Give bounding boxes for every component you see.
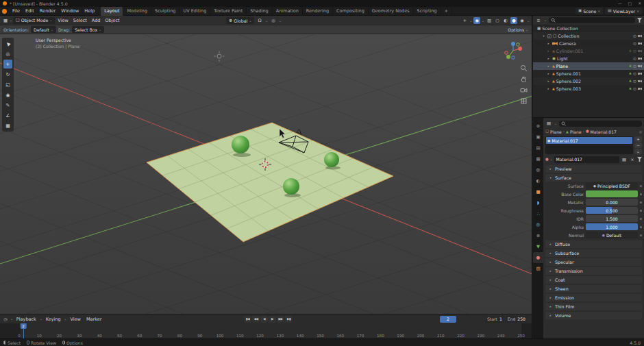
normal-dropdown[interactable]: ● Default [586,232,638,238]
material-slot-active[interactable]: ● Material.017 [546,137,632,144]
jump-to-end-button[interactable]: ▶▮ [285,316,293,323]
animate-dot-icon[interactable] [640,218,642,220]
pin-icon[interactable]: ◎ [639,130,642,134]
shading-rendered-icon[interactable]: ◉ [519,17,525,24]
menu-add[interactable]: Add [90,18,103,23]
workspace-tab[interactable]: Modeling [123,7,151,16]
prev-keyframe-button[interactable]: ◀◀ [252,316,260,323]
camera-view-icon[interactable] [520,86,528,94]
slot-specials-button[interactable]: ⌄ [634,149,642,154]
proportional-editing-icon[interactable]: ◎ [270,17,277,24]
unlink-icon[interactable]: × [636,10,639,13]
disclosure-icon[interactable]: ▸ [546,49,551,53]
properties-editor-icon[interactable]: ▤ [545,120,552,127]
perspective-toggle-icon[interactable] [520,97,528,105]
menu-file[interactable]: File [10,8,23,14]
tab-physics[interactable]: ◎ [533,219,543,230]
outliner-editor-icon[interactable]: ≡ [535,17,542,24]
menu-edit[interactable]: Edit [23,8,37,14]
menu-playback[interactable]: Playback [14,317,38,322]
hide-viewport-icon[interactable]: ⊙ [633,86,636,92]
disable-render-icon[interactable] [638,73,642,75]
disable-render-icon[interactable] [638,80,642,83]
hide-viewport-icon[interactable]: ⊙ [633,79,636,84]
outliner-row-object[interactable]: ▸ ▲ Sphere.001 ▲ ⊙ [533,70,644,77]
disclosure-open-icon[interactable]: ▾ [541,34,546,38]
ior-slider[interactable]: 1.500 [586,215,638,222]
add-cube-tool[interactable]: ▦ [3,121,12,130]
roughness-slider[interactable]: 0.500 [586,207,638,214]
disable-render-icon[interactable] [638,88,642,90]
outliner-row-object-active[interactable]: ▸ ▲ Plane ▲ ⊙ [533,62,644,70]
workspace-tab[interactable]: Shading [247,7,272,16]
select-box-tool[interactable]: ▶ [3,39,12,48]
metallic-slider[interactable]: 0.000 [586,199,638,206]
animate-dot-icon[interactable] [640,185,642,187]
alpha-slider[interactable]: 1.000 [586,223,638,230]
snap-magnet-icon[interactable]: Ω [256,17,263,24]
shading-solid-icon[interactable]: ◐ [502,17,509,24]
hide-viewport-icon[interactable]: ⊙ [633,56,636,62]
pan-hand-icon[interactable] [520,75,528,83]
menu-select[interactable]: Select [71,18,89,23]
workspace-tab[interactable]: Scripting [414,7,441,16]
section-volume[interactable]: ▸Volume [545,312,642,319]
unlink-icon[interactable]: × [597,10,600,13]
frame-end-field[interactable]: End 250 [506,316,528,323]
play-reverse-button[interactable]: ◀ [260,316,268,323]
tab-constraints[interactable]: ⊗ [533,230,543,241]
timeline-editor-icon[interactable]: ◷ [2,316,9,323]
disable-render-icon[interactable] [638,35,642,38]
play-button[interactable]: ▶ [269,316,276,323]
section-diffuse[interactable]: ▸Diffuse [545,240,642,248]
transform-tool[interactable]: ◉ [3,90,12,99]
xray-toggle-icon[interactable]: ▥ [486,17,493,24]
axis-y-neg-icon[interactable] [517,43,520,47]
scene-3d[interactable] [0,34,532,314]
remove-slot-button[interactable]: − [634,143,642,148]
breadcrumb-material[interactable]: Material.017 [591,129,617,134]
material-slot-list[interactable]: ● Material.017 [545,136,633,154]
disclosure-icon[interactable]: ▸ [546,64,551,68]
cursor-tool[interactable]: ◎ [3,49,12,58]
workspace-tab[interactable]: Sculpting [151,7,179,16]
playhead-frame-badge[interactable]: 2 [21,323,27,329]
zoom-icon[interactable] [520,64,528,72]
unlink-material-icon[interactable]: × [629,156,636,163]
workspace-tab[interactable]: Texture Paint [210,7,247,16]
animate-dot-icon[interactable] [640,234,642,236]
shading-material-icon[interactable]: ● [510,17,517,24]
base-color-swatch[interactable] [586,190,638,197]
shading-wireframe-icon[interactable]: ○ [494,17,501,24]
tab-output[interactable]: ▤ [533,143,543,153]
surface-shader-dropdown[interactable]: ● Principled BSDF [586,182,638,189]
tab-modifiers[interactable]: ◗ [533,197,543,208]
menu-window[interactable]: Window [58,8,82,14]
animate-dot-icon[interactable] [640,193,642,195]
view-layer-selector[interactable]: ▤ ViewLayer × [605,8,642,14]
disclosure-icon[interactable]: ▸ [546,72,551,75]
section-specular[interactable]: ▸Specular [545,258,642,266]
add-slot-button[interactable]: + [634,136,642,142]
menu-render[interactable]: Render [37,8,58,14]
material-browse-icon[interactable]: ● [545,158,549,161]
workspace-tab[interactable]: Animation [273,7,303,16]
outliner-row-scene-collection[interactable]: ▦ Scene Collection [533,25,644,32]
axis-z-neg-icon[interactable] [512,56,515,60]
collection-checkbox[interactable]: ✓ [547,34,552,38]
section-thin-film[interactable]: ▸Thin Film [545,303,642,310]
outliner-row-object[interactable]: ▸ ▲ Cylinder.001 ▲ ⊙ [533,47,644,55]
workspace-tab[interactable]: UV Editing [179,7,210,16]
hide-viewport-icon[interactable]: ⊙ [633,71,636,77]
navigation-gizmo[interactable] [504,41,523,60]
jump-to-start-button[interactable]: ▮◀ [244,316,251,323]
tab-particles[interactable]: ∴ [533,208,543,219]
maximize-button[interactable]: ▢ [628,1,632,5]
tab-object-data[interactable]: ▼ [533,241,543,252]
orientation-dropdown[interactable]: Default ⌄ [31,26,56,33]
axis-x-neg-icon[interactable] [505,51,508,55]
disclosure-icon[interactable]: ▸ [546,42,551,45]
viewport-canvas[interactable]: ▶ ◎ + ↻ ◱ ◉ ✎ ∠ ▦ User Perspective (2) C… [0,34,532,314]
add-workspace-button[interactable]: + [441,7,452,16]
show-gizmo-icon[interactable]: + [461,17,468,24]
